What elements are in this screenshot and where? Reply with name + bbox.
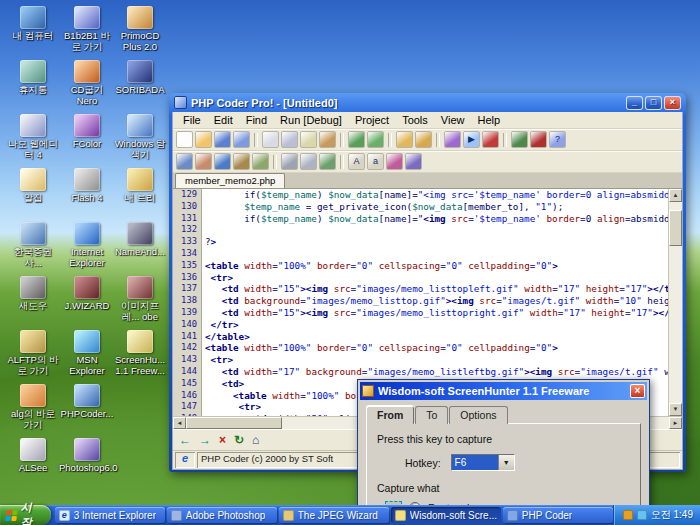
copy-icon[interactable] (300, 131, 317, 148)
screenhunter-titlebar[interactable]: Wisdom-soft ScreenHunter 1.1 Freeware × (360, 382, 647, 400)
save-all-icon[interactable] (233, 131, 250, 148)
code-line: 135<table width="100%" border="0" cellsp… (173, 260, 669, 272)
desktop-icon-primocd-plus[interactable]: PrimoCD Plus 2.0 (113, 6, 167, 60)
tab-from[interactable]: From (366, 406, 414, 424)
scroll-down-icon[interactable]: ▼ (669, 403, 682, 416)
menu-run-debug[interactable]: Run [Debug] (274, 113, 348, 127)
tab-to[interactable]: To (415, 406, 448, 424)
refresh-icon[interactable]: ↻ (234, 431, 244, 449)
taskbar-jpeg-wizard[interactable]: The JPEG Wizard (279, 507, 389, 523)
hotkey-select[interactable]: F6 ▼ (451, 454, 515, 471)
desktop-icon-my-computer[interactable]: 내 컴퓨터 (6, 6, 60, 60)
menu-tools[interactable]: Tools (396, 113, 434, 127)
special-chars-icon[interactable] (405, 153, 422, 170)
dropdown-arrow-icon[interactable]: ▼ (498, 455, 514, 470)
insert-form-icon[interactable] (233, 153, 250, 170)
forward-icon[interactable]: → (199, 431, 211, 449)
task-label: Wisdom-soft Scre... (410, 510, 497, 521)
scroll-right-icon[interactable]: ► (669, 417, 682, 429)
indent-icon[interactable] (281, 153, 298, 170)
menu-file[interactable]: File (177, 113, 207, 127)
find-replace-icon[interactable] (415, 131, 432, 148)
insert-image-icon[interactable] (195, 153, 212, 170)
tab-options[interactable]: Options (449, 406, 507, 424)
menu-help[interactable]: Help (471, 113, 506, 127)
desktop-icon-recycle-bin[interactable]: 휴지통 (6, 60, 60, 114)
desktop-icon-alg-shortcut[interactable]: alg의 바로 가기 (6, 384, 60, 438)
scroll-left-icon[interactable]: ◄ (173, 417, 186, 429)
cut-icon[interactable] (281, 131, 298, 148)
desktop-icon-namo-webeditor-4[interactable]: 나모 웹에디터 4 (6, 114, 60, 168)
new-document-icon[interactable] (176, 131, 193, 148)
lowercase-icon[interactable]: a (367, 153, 384, 170)
desktop-icon-fcolor[interactable]: FColor (60, 114, 114, 168)
redo-icon[interactable] (367, 131, 384, 148)
desktop-icon-phpcoder-shortcut[interactable]: PHPCoder... (60, 384, 114, 438)
book-icon[interactable] (530, 131, 547, 148)
close-button[interactable]: × (664, 96, 681, 110)
desktop-icon-msn-explorer[interactable]: MSN Explorer (60, 330, 114, 384)
start-button[interactable]: 시작 (0, 505, 51, 525)
insert-link-icon[interactable] (214, 153, 231, 170)
debug-icon[interactable] (482, 131, 499, 148)
paste-icon[interactable] (319, 131, 336, 148)
undo-icon[interactable] (348, 131, 365, 148)
desktop-icon-flash-4[interactable]: Flash 4 (60, 168, 114, 222)
comment-icon[interactable] (319, 153, 336, 170)
taskbar-wisdom-soft-screenhunter[interactable]: Wisdom-soft Scre... (391, 507, 501, 523)
menu-project[interactable]: Project (349, 113, 395, 127)
desktop-icon-label: 한국증권사... (6, 247, 60, 268)
open-folder-icon[interactable] (195, 131, 212, 148)
taskbar-php-coder[interactable]: PHP Coder (503, 507, 613, 523)
help-icon[interactable]: ? (549, 131, 566, 148)
menu-find[interactable]: Find (240, 113, 273, 127)
insert-table-icon[interactable] (176, 153, 193, 170)
find-icon[interactable] (396, 131, 413, 148)
syntax-check-icon[interactable] (444, 131, 461, 148)
color-picker-icon[interactable] (386, 153, 403, 170)
taskbar-internet-explorer[interactable]: e3 Internet Explorer (55, 507, 165, 523)
insert-list-icon[interactable] (252, 153, 269, 170)
desktop-icon-b1b2b1-shortcut[interactable]: B1b2B1 바로 가기 (60, 6, 114, 60)
desktop-icon-nameand[interactable]: NameAnd... (113, 222, 167, 276)
desktop-icon-windows-explorer[interactable]: Windows 탐색기 (113, 114, 167, 168)
hotkey-row: Hotkey: F6 ▼ (405, 454, 630, 471)
back-icon[interactable]: ← (179, 431, 191, 449)
hscroll-thumb[interactable] (186, 417, 282, 429)
desktop-icon-image-pre-obe[interactable]: 이미지프레... obe (113, 276, 167, 330)
editor-vscrollbar[interactable]: ▲ ▼ (668, 189, 682, 416)
desktop-icon-alsee[interactable]: ALSee (6, 438, 60, 492)
desktop-icon-nero-cd-burn[interactable]: CD굽기 Nero (60, 60, 114, 114)
desktop-icon-korea-securities[interactable]: 한국증권사... (6, 222, 60, 276)
print-icon[interactable] (262, 131, 279, 148)
desktop-icon-alzip[interactable]: 알집 (6, 168, 60, 222)
taskbar-adobe-photoshop[interactable]: Adobe Photoshop (167, 507, 277, 523)
run-in-browser-icon[interactable]: ▶ (463, 131, 480, 148)
desktop-icon-internet-explorer[interactable]: Internet Explorer (60, 222, 114, 276)
desktop-icon-jwizard[interactable]: J.WIZARD (60, 276, 114, 330)
menu-view[interactable]: View (435, 113, 471, 127)
desktop-icon-my-tree-folder[interactable]: 내 트리 (113, 168, 167, 222)
maximize-button[interactable]: □ (645, 96, 662, 110)
desktop-icon-photoshop-6[interactable]: Photoshop6.0 (60, 438, 114, 492)
function-list-icon[interactable] (511, 131, 528, 148)
dialog-close-button[interactable]: × (630, 384, 645, 398)
desktop-icon-screenhunter-shortcut[interactable]: ScreenHu... 1.1 Freew... (113, 330, 167, 384)
stop-icon[interactable]: × (219, 431, 226, 449)
tray-icon-1[interactable] (623, 510, 633, 520)
desktop-icon-alftp-shortcut[interactable]: ALFTP의 바로 가기 (6, 330, 60, 384)
save-icon[interactable] (214, 131, 231, 148)
php-coder-titlebar[interactable]: PHP Coder Pro! - [Untitled0] _□× (172, 93, 683, 112)
scroll-up-icon[interactable]: ▲ (669, 189, 682, 202)
vscroll-thumb[interactable] (669, 210, 682, 246)
desktop-icon-shadow[interactable]: 새도우 (6, 276, 60, 330)
uppercase-icon[interactable]: A (348, 153, 365, 170)
tray-icon-2[interactable] (637, 510, 647, 520)
outdent-icon[interactable] (300, 153, 317, 170)
tab-member-memo2-php[interactable]: member_memo2.php (175, 173, 285, 188)
menu-edit[interactable]: Edit (208, 113, 239, 127)
line-number: 142 (173, 342, 202, 354)
home-icon[interactable]: ⌂ (252, 431, 259, 449)
minimize-button[interactable]: _ (626, 96, 643, 110)
desktop-icon-soribada[interactable]: SORIBADA (113, 60, 167, 114)
